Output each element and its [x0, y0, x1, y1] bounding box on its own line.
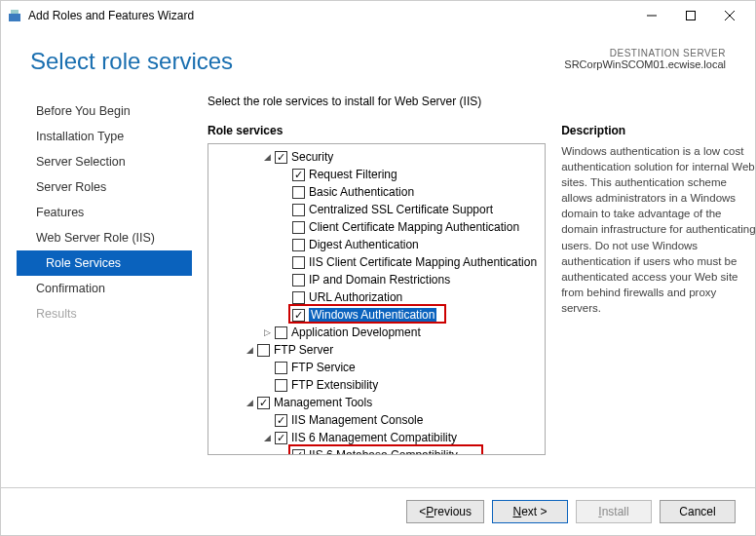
nav-item-installation-type[interactable]: Installation Type — [17, 124, 192, 149]
nav-item-server-selection[interactable]: Server Selection — [17, 149, 192, 174]
window-title: Add Roles and Features Wizard — [28, 9, 194, 22]
tree-item[interactable]: Centralized SSL Certificate Support — [208, 201, 545, 218]
collapse-icon[interactable]: ◢ — [261, 432, 273, 443]
tree-item-label[interactable]: Centralized SSL Certificate Support — [309, 203, 493, 216]
svg-rect-1 — [11, 10, 19, 14]
titlebar: Add Roles and Features Wizard — [1, 1, 755, 30]
checkbox[interactable] — [257, 397, 270, 409]
checkbox[interactable] — [292, 239, 305, 251]
checkbox[interactable] — [292, 169, 305, 181]
nav-item-features[interactable]: Features — [17, 200, 192, 225]
checkbox[interactable] — [292, 204, 305, 216]
tree-item-label[interactable]: URL Authorization — [309, 290, 402, 304]
tree-item[interactable]: Request Filtering — [208, 166, 545, 183]
spacer-icon — [261, 414, 273, 426]
tree-item[interactable]: Digest Authentication — [208, 236, 545, 253]
nav-item-web-server-role-iis-[interactable]: Web Server Role (IIS) — [17, 225, 192, 250]
spacer-icon — [279, 204, 290, 215]
spacer-icon — [279, 256, 290, 268]
tree-item[interactable]: ◢Security — [208, 148, 545, 166]
tree-item[interactable]: Windows Authentication — [208, 306, 545, 324]
tree-item[interactable]: ◢IIS 6 Management Compatibility — [208, 429, 545, 446]
spacer-icon — [279, 449, 290, 455]
checkbox[interactable] — [292, 186, 305, 199]
tree-item[interactable]: IP and Domain Restrictions — [208, 271, 545, 288]
collapse-icon[interactable]: ◢ — [261, 151, 273, 163]
checkbox[interactable] — [275, 432, 287, 444]
collapse-icon[interactable]: ◢ — [244, 397, 255, 408]
checkbox[interactable] — [292, 449, 305, 456]
checkbox[interactable] — [275, 414, 287, 427]
tree-item[interactable]: ◢FTP Server — [208, 341, 545, 359]
checkbox[interactable] — [275, 379, 287, 392]
tree-item[interactable]: ▷Application Development — [208, 324, 545, 341]
tree-item-label[interactable]: Application Development — [291, 325, 421, 339]
tree-item[interactable]: Basic Authentication — [208, 183, 545, 201]
tree-item-label[interactable]: FTP Server — [274, 343, 333, 357]
wizard-footer: < Previous Next > Install Cancel — [1, 487, 755, 535]
tree-item-label[interactable]: IIS Management Console — [291, 413, 423, 427]
svg-rect-3 — [687, 12, 696, 20]
tree-item-label[interactable]: IIS 6 Metabase Compatibility — [309, 448, 458, 455]
tree-item-label[interactable]: FTP Extensibility — [291, 378, 378, 392]
tree-item-label[interactable]: Basic Authentication — [309, 185, 414, 199]
tree-item[interactable]: FTP Extensibility — [208, 376, 545, 394]
description-pane: Description Windows authentication is a … — [561, 124, 756, 482]
tree-item-label[interactable]: FTP Service — [291, 361, 356, 374]
tree-item-label[interactable]: Request Filtering — [309, 168, 397, 181]
install-button[interactable]: Install — [576, 500, 652, 523]
tree-item-label[interactable]: Client Certificate Mapping Authenticatio… — [309, 220, 519, 234]
page-header: Select role services DESTINATION SERVER … — [1, 30, 755, 95]
spacer-icon — [279, 274, 290, 286]
spacer-icon — [261, 379, 273, 391]
spacer-icon — [279, 239, 290, 250]
close-button[interactable] — [710, 2, 749, 29]
tree-item-label[interactable]: IP and Domain Restrictions — [309, 273, 450, 287]
tree-item[interactable]: IIS Client Certificate Mapping Authentic… — [208, 253, 545, 271]
main-area: Before You BeginInstallation TypeServer … — [1, 95, 755, 482]
checkbox[interactable] — [275, 326, 287, 339]
next-button[interactable]: Next > — [492, 500, 568, 523]
tree-item-label[interactable]: IIS Client Certificate Mapping Authentic… — [309, 255, 537, 269]
tree-item[interactable]: IIS 6 Metabase Compatibility — [208, 446, 545, 455]
spacer-icon — [279, 186, 290, 198]
checkbox[interactable] — [292, 221, 305, 234]
expand-icon[interactable]: ▷ — [261, 326, 273, 338]
spacer-icon — [279, 169, 290, 180]
spacer-icon — [279, 291, 290, 303]
tree-item[interactable]: Client Certificate Mapping Authenticatio… — [208, 218, 545, 236]
checkbox[interactable] — [292, 256, 305, 269]
previous-button[interactable]: < Previous — [406, 500, 484, 523]
spacer-icon — [261, 362, 273, 373]
tree-item-label[interactable]: Management Tools — [274, 396, 372, 409]
collapse-icon[interactable]: ◢ — [244, 344, 255, 356]
tree-item[interactable]: ◢Management Tools — [208, 394, 545, 411]
maximize-button[interactable] — [671, 2, 710, 29]
svg-rect-0 — [9, 14, 20, 21]
tree-item-label[interactable]: Digest Authentication — [309, 238, 419, 251]
checkbox[interactable] — [292, 309, 305, 322]
nav-item-results: Results — [17, 301, 192, 326]
tree-item-label[interactable]: IIS 6 Management Compatibility — [291, 431, 457, 444]
app-icon — [7, 8, 22, 23]
cancel-button[interactable]: Cancel — [660, 500, 736, 523]
nav-item-server-roles[interactable]: Server Roles — [17, 174, 192, 200]
tree-item-label[interactable]: Security — [291, 150, 333, 164]
role-services-pane: Role services ◢SecurityRequest Filtering… — [208, 124, 546, 482]
nav-item-confirmation[interactable]: Confirmation — [17, 276, 192, 301]
nav-item-role-services[interactable]: Role Services — [17, 250, 192, 276]
destination-label: DESTINATION SERVER — [564, 48, 726, 58]
checkbox[interactable] — [257, 344, 270, 357]
checkbox[interactable] — [292, 274, 305, 287]
checkbox[interactable] — [275, 151, 287, 164]
tree-item[interactable]: URL Authorization — [208, 288, 545, 306]
checkbox[interactable] — [292, 291, 305, 304]
role-services-heading: Role services — [208, 124, 546, 137]
minimize-button[interactable] — [632, 2, 671, 29]
role-services-tree[interactable]: ◢SecurityRequest FilteringBasic Authenti… — [208, 143, 546, 455]
tree-item[interactable]: IIS Management Console — [208, 411, 545, 429]
checkbox[interactable] — [275, 362, 287, 374]
tree-item[interactable]: FTP Service — [208, 359, 545, 376]
nav-item-before-you-begin[interactable]: Before You Begin — [17, 98, 192, 124]
tree-item-label[interactable]: Windows Authentication — [309, 308, 436, 322]
